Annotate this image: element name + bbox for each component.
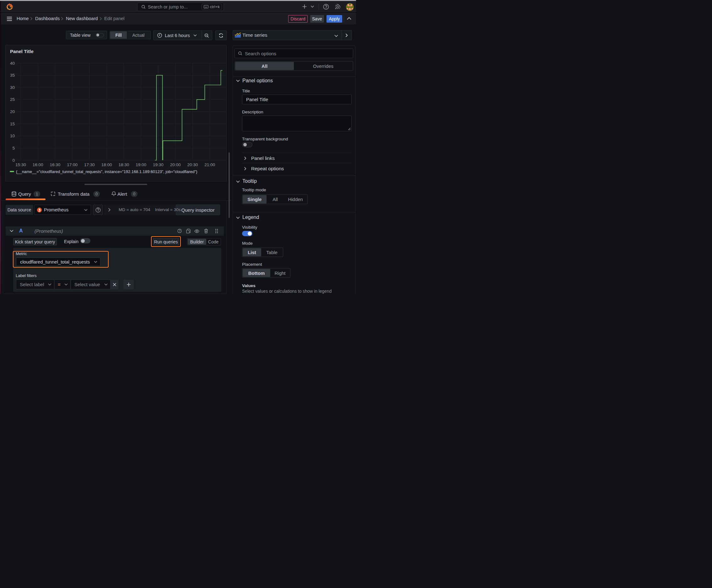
svg-text:40: 40	[10, 61, 15, 66]
svg-text:17:00: 17:00	[67, 162, 78, 167]
svg-text:19:00: 19:00	[136, 162, 146, 167]
svg-text:10: 10	[10, 133, 15, 138]
svg-text:15:30: 15:30	[15, 162, 26, 167]
svg-text:16:30: 16:30	[50, 162, 61, 167]
svg-text:25: 25	[10, 97, 15, 102]
svg-text:5: 5	[12, 146, 15, 150]
svg-text:20:30: 20:30	[188, 162, 198, 167]
svg-text:21:00: 21:00	[204, 162, 215, 167]
svg-text:18:00: 18:00	[102, 162, 112, 167]
svg-text:16:00: 16:00	[33, 162, 43, 167]
svg-text:20:00: 20:00	[170, 162, 181, 167]
svg-text:0: 0	[12, 158, 15, 163]
svg-text:18:30: 18:30	[118, 162, 129, 167]
svg-text:15: 15	[10, 122, 15, 126]
svg-text:19:30: 19:30	[153, 162, 164, 167]
svg-text:35: 35	[10, 73, 15, 78]
svg-text:20: 20	[10, 109, 15, 114]
svg-text:17:30: 17:30	[84, 162, 95, 167]
svg-text:30: 30	[10, 85, 15, 90]
